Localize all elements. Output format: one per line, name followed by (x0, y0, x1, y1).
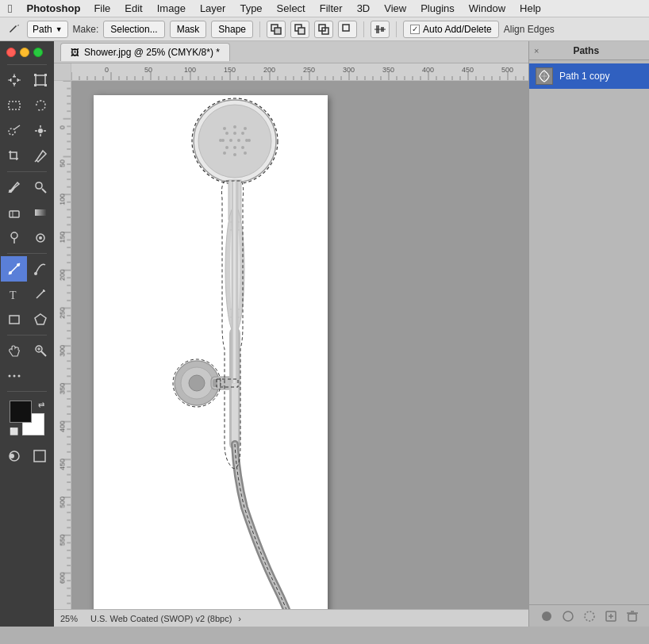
path-item[interactable]: Path 1 copy (529, 63, 649, 89)
svg-rect-13 (34, 84, 36, 86)
menu-plugins[interactable]: Plugins (413, 2, 462, 14)
crop-tool[interactable] (1, 144, 27, 169)
path-as-mask-button[interactable] (581, 608, 598, 625)
document-canvas[interactable] (94, 95, 328, 609)
rectangle-tool[interactable] (1, 307, 27, 332)
path-selection-tool[interactable] (27, 282, 53, 307)
menu-window[interactable]: Window (462, 2, 513, 14)
svg-point-66 (244, 127, 247, 130)
clone-stamp-tool[interactable] (27, 174, 53, 200)
auto-add-delete-button[interactable]: ✓ Auto Add/Delete (403, 21, 499, 38)
color-profile: U.S. Web Coated (SWOP) v2 (8bpc) (90, 614, 232, 623)
status-arrow-icon[interactable]: › (238, 614, 241, 623)
type-tool[interactable]: T (1, 282, 27, 307)
separator3 (396, 21, 397, 37)
fill-path-button[interactable] (538, 608, 555, 625)
zoom-tool[interactable] (27, 338, 53, 363)
svg-point-22 (38, 128, 43, 133)
svg-point-29 (11, 232, 17, 239)
separator (259, 21, 260, 37)
svg-rect-48 (34, 450, 45, 462)
canvas-scroll-area[interactable] (54, 63, 528, 609)
svg-rect-3 (298, 28, 305, 34)
move-tool[interactable] (1, 67, 27, 93)
path-align-icon[interactable] (371, 21, 390, 38)
svg-rect-14 (44, 84, 47, 86)
document-tab[interactable]: 🖼 Shower.jpg @ 25% (CMYK/8*) * (60, 43, 230, 61)
shape-button[interactable]: Shape (211, 21, 253, 38)
svg-rect-1 (275, 28, 281, 34)
menu-layer[interactable]: Layer (193, 2, 233, 14)
tab-bar: 🖼 Shower.jpg @ 25% (CMYK/8*) * (54, 41, 528, 63)
svg-point-33 (17, 263, 20, 266)
svg-point-62 (219, 139, 222, 142)
svg-line-17 (14, 125, 20, 129)
svg-point-59 (225, 146, 228, 149)
close-button[interactable] (6, 48, 16, 57)
eyedropper-tool[interactable] (27, 144, 53, 169)
svg-rect-11 (34, 74, 36, 76)
foreground-color-swatch[interactable] (10, 401, 32, 423)
swap-colors-icon[interactable]: ⇄ (38, 401, 44, 409)
menu-type[interactable]: Type (232, 2, 269, 14)
align-edges-label: Align Edges (504, 24, 555, 35)
freeform-pen-tool[interactable] (27, 256, 53, 282)
svg-point-56 (229, 139, 232, 142)
menu-select[interactable]: Select (270, 2, 313, 14)
vertical-ruler (54, 81, 71, 609)
delete-path-button[interactable] (624, 608, 641, 625)
path-combine-icon[interactable] (267, 21, 286, 38)
svg-rect-94 (628, 614, 636, 621)
svg-point-47 (10, 454, 14, 458)
more-tools[interactable] (1, 363, 27, 389)
svg-line-23 (35, 160, 36, 162)
quick-select-tool[interactable] (1, 118, 27, 144)
svg-marker-38 (35, 314, 46, 324)
menu-file[interactable]: File (86, 2, 117, 14)
menu-3d[interactable]: 3D (350, 2, 378, 14)
stroke-path-button[interactable] (559, 608, 577, 625)
screen-mode[interactable] (29, 445, 51, 467)
menu-view[interactable]: View (377, 2, 413, 14)
maximize-button[interactable] (33, 48, 43, 57)
magic-wand-tool[interactable] (27, 118, 53, 144)
custom-shape-tool[interactable] (27, 307, 53, 332)
minimize-button[interactable] (20, 48, 29, 57)
hand-tool[interactable] (1, 338, 27, 363)
eraser-tool[interactable] (1, 200, 27, 225)
panel-close-button[interactable]: × (534, 46, 539, 56)
svg-rect-37 (10, 316, 19, 324)
marquee-rect-tool[interactable] (1, 93, 27, 118)
document-tab-title: Shower.jpg @ 25% (CMYK/8*) * (84, 47, 220, 58)
path-type-dropdown[interactable]: Path ▼ (27, 21, 68, 38)
menu-image[interactable]: Image (150, 2, 193, 14)
path-thumbnail (536, 67, 553, 85)
menu-filter[interactable]: Filter (313, 2, 350, 14)
default-colors-icon[interactable]: ⬜ (10, 427, 18, 435)
path-exclude-icon[interactable] (338, 21, 357, 38)
app-name: Photoshop (20, 2, 86, 14)
dodge-tool[interactable] (1, 225, 27, 251)
pen-tool[interactable] (1, 256, 27, 282)
quick-mask-mode[interactable] (3, 445, 25, 467)
lasso-tool[interactable] (27, 93, 53, 118)
new-path-button[interactable] (602, 608, 620, 625)
apple-menu[interactable]:  (0, 2, 20, 15)
brush-tool[interactable] (1, 174, 27, 200)
path-intersect-icon[interactable] (314, 21, 333, 38)
svg-point-67 (223, 151, 226, 155)
gradient-tool[interactable] (27, 200, 53, 225)
svg-point-69 (244, 151, 247, 155)
selection-button[interactable]: Selection... (103, 21, 164, 38)
svg-rect-12 (44, 74, 47, 76)
menu-help[interactable]: Help (513, 2, 548, 14)
svg-point-68 (233, 153, 236, 156)
paths-panel-title: Paths (573, 45, 599, 56)
mask-button[interactable]: Mask (170, 21, 207, 38)
artboard-tool[interactable] (27, 67, 53, 93)
blur-tool[interactable] (27, 225, 53, 251)
menu-edit[interactable]: Edit (117, 2, 149, 14)
paths-panel-footer (529, 604, 649, 627)
separator2 (363, 21, 364, 37)
path-subtract-icon[interactable] (290, 21, 309, 38)
